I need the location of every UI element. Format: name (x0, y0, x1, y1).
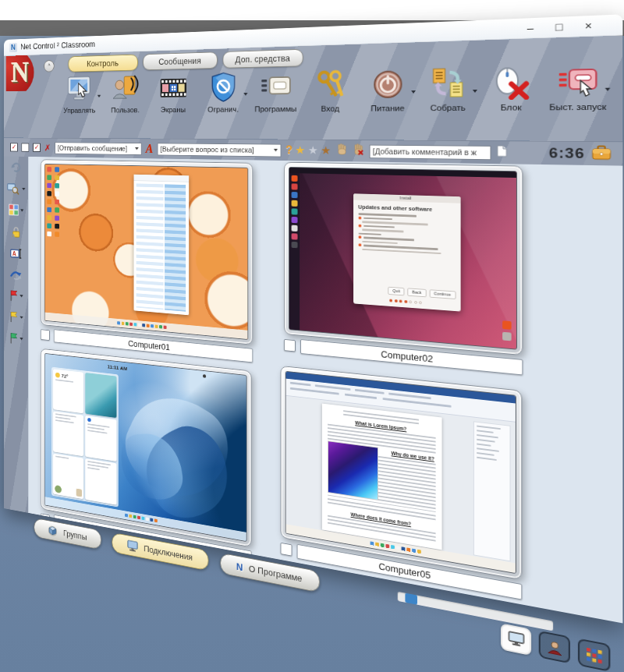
dropdown-arrow-icon (605, 88, 611, 91)
journal-page-icon[interactable] (496, 145, 507, 160)
monitor-frame: Install Updates and other software (284, 162, 523, 355)
collect-button[interactable]: Собрать (417, 64, 479, 112)
rename-button[interactable]: A (10, 248, 22, 260)
restrictions-button[interactable]: Огранич. (198, 69, 250, 113)
app-logo-icon: N (9, 43, 17, 52)
back-button[interactable]: Back (408, 288, 427, 297)
question-dropdown[interactable]: [Выберите вопрос из списка] (158, 143, 282, 157)
monitor-frame (41, 159, 253, 345)
help-quiz-button[interactable]: ? (285, 144, 292, 157)
computer-thumbnail[interactable]: Install Updates and other software (284, 162, 523, 376)
monitor-icon (507, 631, 525, 649)
grid-view-button[interactable] (578, 638, 610, 672)
computer-checkbox[interactable] (41, 329, 50, 341)
refresh-button[interactable] (10, 161, 22, 174)
toolbar-label: Блок (479, 103, 544, 112)
view-mode-button[interactable] (9, 203, 23, 216)
power-button[interactable]: Питание (359, 65, 417, 112)
photo-widget (85, 373, 116, 418)
dropdown-arrow-icon (411, 90, 416, 94)
installer-dialog: Install Updates and other software (353, 193, 460, 311)
briefcase-icon[interactable] (591, 144, 612, 162)
calendar-widget (85, 416, 116, 462)
invert-selection-checkbox-icon[interactable]: ✓ (33, 143, 41, 152)
toolbar-label: Вход (303, 104, 359, 113)
computer-thumbnail[interactable]: What is Lorem Ipsum? Why do we use it? W… (281, 366, 523, 600)
block-button[interactable]: Блок (479, 62, 544, 111)
manage-button[interactable]: Управлять (57, 73, 102, 114)
lower-hand-icon[interactable] (353, 143, 364, 159)
gold-star-icon[interactable]: ★ (295, 145, 305, 156)
computer-checkbox[interactable] (281, 543, 292, 557)
tab-control[interactable]: Контроль (69, 55, 138, 73)
collect-files-icon (417, 64, 479, 102)
quit-button[interactable]: Quit (388, 286, 404, 295)
programs-button[interactable]: Программы (249, 69, 303, 113)
login-button[interactable]: Вход (303, 67, 359, 113)
dropdown-arrow-icon (98, 95, 101, 97)
dropdown-arrow-icon (20, 209, 23, 211)
continue-button[interactable]: Continue (429, 289, 456, 299)
bronze-star-icon[interactable]: ★ (321, 145, 331, 157)
computer-thumbnail[interactable]: Computer01 (41, 159, 253, 363)
lock-button[interactable] (10, 225, 22, 239)
news-widget (85, 458, 116, 505)
monitor-cursor-icon (57, 73, 102, 105)
connect-button[interactable] (9, 267, 22, 281)
lesson-timer: 6:36 (549, 145, 585, 162)
cube-icon (48, 525, 58, 537)
toolbar-label: Огранич. (198, 105, 250, 114)
computer02-screen[interactable]: Install Updates and other software (289, 167, 517, 350)
ubuntu-desktop-icons (502, 320, 512, 341)
close-button[interactable]: × (573, 19, 603, 32)
send-message-value: [Отправить сообщение] (58, 144, 133, 153)
toolbar-label: Собрать (417, 103, 479, 112)
quick-run-button[interactable]: Быст. запуск (544, 61, 612, 111)
send-message-dropdown[interactable]: [Отправить сообщение] (55, 142, 141, 155)
tab-extra-tools[interactable]: Доп. средства (223, 49, 303, 69)
dropdown-arrow-icon (20, 295, 23, 297)
weather-widget: 72° (53, 369, 83, 413)
filmstrip-icon (149, 71, 198, 104)
clear-selection-icon[interactable]: ✗ (44, 143, 51, 152)
users-view-button[interactable] (539, 631, 570, 664)
shield-block-icon (198, 69, 250, 104)
green-flag-button[interactable] (9, 331, 23, 345)
camera-dot-icon (203, 374, 206, 378)
monitor-view-button[interactable] (501, 623, 531, 656)
minimize-button[interactable]: – (516, 21, 544, 34)
red-flag-button[interactable] (9, 289, 23, 302)
dropdown-arrow-icon (243, 93, 247, 96)
computer05-screen[interactable]: What is Lorem Ipsum? Why do we use it? W… (285, 371, 516, 574)
program-window-icon (249, 69, 303, 104)
format-sidebar (473, 421, 511, 561)
sun-icon (55, 372, 60, 377)
chevron-down-icon (135, 147, 139, 150)
toolbar-label: Управлять (57, 106, 102, 114)
netcontrol-logo: N (6, 55, 40, 92)
computer04-screen[interactable]: 11:11 AM 72° (44, 353, 247, 542)
toolbar-label: Питание (359, 104, 417, 113)
tab-label: Подключения (144, 543, 193, 562)
task-list-window (133, 174, 189, 315)
select-all-checkbox-icon[interactable]: ✓ (10, 143, 18, 151)
font-style-button[interactable]: A (146, 142, 153, 156)
find-computer-button[interactable] (7, 182, 25, 195)
deselect-checkbox-icon[interactable] (22, 143, 30, 152)
maximize-button[interactable]: □ (544, 20, 573, 34)
silver-star-icon[interactable]: ★ (308, 145, 318, 156)
users-button[interactable]: Пользов. (102, 73, 149, 115)
dropdown-arrow-icon (22, 188, 25, 190)
screens-button[interactable]: Экраны (149, 71, 198, 114)
stocks-widget (53, 411, 83, 456)
toolbar-label: Экраны (149, 105, 198, 114)
journal-comment-input[interactable]: [Добавить комментарий в ж (369, 144, 491, 160)
computer-checkbox[interactable] (284, 339, 296, 352)
yellow-flag-button[interactable] (9, 310, 23, 324)
tab-messages[interactable]: Сообщения (143, 51, 218, 70)
chevron-down-icon (274, 149, 278, 152)
computer01-screen[interactable] (44, 164, 248, 340)
logo-letter: N (11, 57, 29, 89)
doc-image (328, 440, 378, 500)
raise-hand-icon[interactable] (336, 143, 348, 158)
